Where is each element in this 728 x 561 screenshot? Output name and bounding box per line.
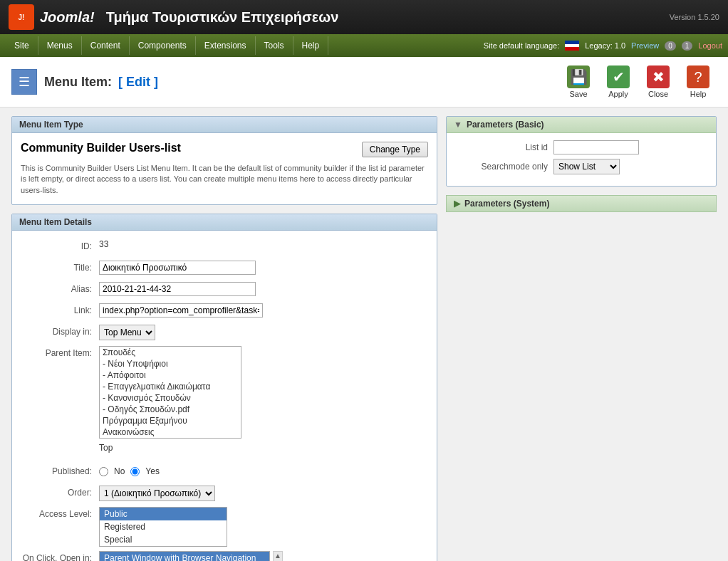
searchmode-select[interactable]: Show List Search Only Both [553, 159, 620, 174]
language-label: Site default language: [484, 41, 559, 50]
parent-item-control: Σπουδές - Νέοι Υποψήφιοι - Απόφοιτοι - Ε… [99, 346, 428, 439]
onclick-scrollbar[interactable]: ▲ ▼ [273, 551, 283, 561]
logout-link[interactable]: Logout [698, 41, 722, 50]
params-system-section[interactable]: ▶ Parameters (System) [446, 195, 717, 212]
nav-bar: Site Menus Content Components Extensions… [0, 34, 728, 57]
edit-label: [ Edit ] [118, 75, 158, 89]
top-row: Top [21, 443, 428, 460]
onclick-label: On Click, Open in: [21, 551, 99, 561]
parent-item-list[interactable]: Σπουδές - Νέοι Υποψήφιοι - Απόφοιτοι - Ε… [99, 346, 241, 439]
top-label: Top [99, 443, 113, 453]
list-item[interactable]: - Κανονισμός Σπουδών [100, 392, 241, 404]
list-item[interactable]: - Οδηγός Σπουδών.pdf [100, 404, 241, 415]
toolbar: ☰ Menu Item: [ Edit ] 💾 Save ✔ Apply ✖ C… [0, 57, 728, 108]
display-in-control: Top Menu [99, 325, 428, 340]
published-no-radio[interactable] [99, 467, 108, 476]
top-header: J! Joomla! Τμήμα Τουριστικών Επιχειρήσεω… [0, 0, 728, 34]
params-basic-header[interactable]: ▼ Parameters (Basic) [447, 117, 716, 133]
nav-content[interactable]: Content [82, 36, 130, 55]
access-special[interactable]: Special [100, 533, 227, 546]
access-registered[interactable]: Registered [100, 520, 227, 533]
list-item[interactable]: - Απόφοιτοι [100, 369, 241, 381]
close-label: Close [648, 90, 668, 98]
type-header: Community Builder Users-list Change Type [21, 142, 428, 157]
published-yes-label: Yes [145, 466, 160, 476]
type-description: This is Community Builder Users List Men… [21, 163, 428, 196]
list-item[interactable]: - Νέοι Υποψήφιοι [100, 358, 241, 369]
nav-help[interactable]: Help [293, 36, 329, 55]
apply-button[interactable]: ✔ Apply [600, 63, 637, 101]
onclick-control: Parent Window with Browser Navigation Ne… [99, 551, 428, 561]
access-public[interactable]: Public [100, 508, 227, 520]
close-icon: ✖ [647, 65, 670, 88]
list-id-control [553, 140, 709, 154]
nav-right: Site default language: Legacy: 1.0 Previ… [484, 41, 722, 51]
display-in-row: Display in: Top Menu [21, 325, 428, 342]
link-control [99, 303, 428, 318]
help-label: Help [690, 90, 707, 98]
onclick-parent[interactable]: Parent Window with Browser Navigation [100, 552, 269, 561]
title-input[interactable] [99, 261, 256, 275]
order-select[interactable]: 1 (Διοικητικό Προσωπικό) [99, 486, 215, 501]
left-panel: Menu Item Type Community Builder Users-l… [11, 116, 437, 561]
list-id-input[interactable] [553, 140, 639, 154]
access-control: Public Registered Special [99, 507, 428, 547]
link-row: Link: [21, 303, 428, 320]
nav-components[interactable]: Components [130, 36, 196, 55]
alias-control [99, 282, 428, 296]
params-basic-arrow: ▼ [454, 120, 462, 130]
parent-item-label: Parent Item: [21, 346, 99, 358]
type-section-content: Community Builder Users-list Change Type… [12, 133, 437, 204]
save-icon: 💾 [567, 65, 590, 88]
list-item[interactable]: - anakoinvnseis [100, 438, 241, 439]
access-list[interactable]: Public Registered Special [99, 507, 227, 547]
list-item[interactable]: Πρόγραμμα Εξαμήνου [100, 415, 241, 426]
preview-link[interactable]: Preview [631, 41, 659, 50]
alias-row: Alias: [21, 282, 428, 299]
published-yes-radio[interactable] [130, 467, 140, 476]
title-label: Title: [21, 261, 99, 273]
page-title-text: Menu Item: [44, 75, 112, 89]
site-title: Τμήμα Τουριστικών Επιχειρήσεων [106, 9, 670, 26]
help-button[interactable]: ? Help [680, 63, 717, 101]
help-icon: ? [687, 65, 709, 88]
legacy-label: Legacy: 1.0 [585, 41, 625, 50]
close-button[interactable]: ✖ Close [640, 63, 677, 101]
top-spacer [21, 443, 99, 445]
searchmode-label: Searchmode only [454, 162, 553, 172]
published-control: No Yes [99, 464, 428, 476]
alias-input[interactable] [99, 282, 256, 296]
joomla-icon: J! [9, 4, 34, 30]
order-row: Order: 1 (Διοικητικό Προσωπικό) [21, 486, 428, 503]
list-item[interactable]: - Επαγγελματικά Δικαιώματα [100, 381, 241, 392]
nav-menus[interactable]: Menus [38, 36, 82, 55]
main-content: Menu Item Type Community Builder Users-l… [0, 108, 728, 561]
access-label: Access Level: [21, 507, 99, 519]
nav-extensions[interactable]: Extensions [196, 36, 256, 55]
version-text: Version 1.5.20 [670, 13, 719, 21]
joomla-logo: J! Joomla! [9, 4, 95, 30]
nav-tools[interactable]: Tools [256, 36, 293, 55]
apply-icon: ✔ [607, 65, 630, 88]
params-system-arrow: ▶ [454, 199, 460, 209]
count2-badge: 1 [682, 41, 693, 51]
list-item[interactable]: Σπουδές [100, 347, 241, 358]
list-item[interactable]: Ανακοινώσεις [100, 426, 241, 438]
nav-site[interactable]: Site [6, 36, 38, 55]
searchmode-row: Searchmode only Show List Search Only Bo… [454, 159, 709, 174]
menu-item-details-section: Menu Item Details ID: 33 Title: Alias: [11, 214, 437, 561]
parent-item-row: Parent Item: Σπουδές - Νέοι Υποψήφιοι - … [21, 346, 428, 439]
order-label: Order: [21, 486, 99, 498]
change-type-button[interactable]: Change Type [362, 142, 428, 157]
params-basic-content: List id Searchmode only Show List Search… [447, 133, 716, 186]
display-in-select[interactable]: Top Menu [99, 325, 155, 340]
count1-badge: 0 [665, 41, 676, 51]
save-button[interactable]: 💾 Save [560, 63, 597, 101]
details-section-title: Menu Item Details [12, 214, 437, 231]
onclick-list[interactable]: Parent Window with Browser Navigation Ne… [99, 551, 270, 561]
joomla-text: Joomla! [40, 9, 95, 26]
details-section-content: ID: 33 Title: Alias: [12, 231, 437, 561]
page-title: Menu Item: [ Edit ] [44, 75, 158, 90]
apply-label: Apply [608, 90, 628, 98]
link-input[interactable] [99, 303, 263, 318]
